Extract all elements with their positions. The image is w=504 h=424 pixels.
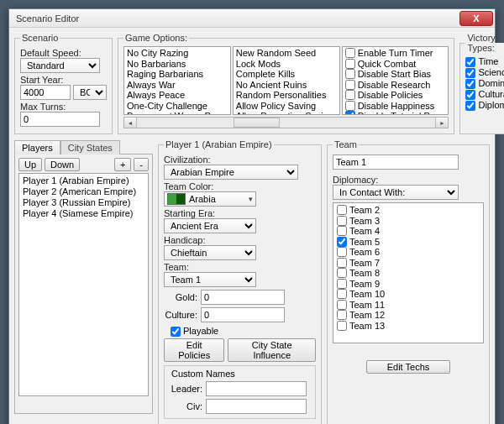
list-item[interactable]: Allow Policy Saving	[236, 101, 337, 112]
remove-player-button[interactable]: -	[134, 158, 149, 171]
checkbox[interactable]	[345, 101, 355, 111]
checkbox[interactable]	[465, 101, 475, 111]
checkbox-label: Cultural	[478, 89, 504, 100]
era-bc-select[interactable]: BC	[73, 85, 107, 100]
scenario-legend: Scenario	[20, 33, 60, 43]
list-item[interactable]: Allow Promotion Saving	[236, 111, 337, 115]
checkbox[interactable]	[345, 69, 355, 79]
list-item[interactable]: No Ancient Ruins	[236, 80, 337, 91]
checkbox[interactable]	[337, 247, 347, 257]
checkbox[interactable]	[465, 68, 475, 78]
game-options-list-2[interactable]: New Random SeedLock ModsComplete KillsNo…	[233, 46, 340, 115]
checkbox[interactable]	[337, 216, 347, 226]
team-contact-list[interactable]: Team 2Team 3Team 4Team 5Team 6Team 7Team…	[333, 202, 484, 343]
checkbox-label: Team 5	[349, 237, 380, 248]
checkbox-label: Team 6	[349, 247, 380, 258]
list-item[interactable]: No Barbarians	[127, 59, 228, 70]
max-turns-input[interactable]	[20, 112, 100, 127]
civ-name-input[interactable]	[206, 399, 307, 414]
civilization-label: Civilization:	[164, 154, 316, 165]
game-options-list-3[interactable]: Enable Turn TimerQuick CombatDisable Sta…	[342, 46, 449, 115]
gold-input[interactable]	[201, 290, 285, 305]
scrollbar-thumb[interactable]	[234, 118, 280, 128]
checkbox[interactable]	[345, 90, 355, 100]
edit-techs-button[interactable]: Edit Techs	[366, 360, 451, 374]
up-button[interactable]: Up	[18, 158, 42, 171]
team-name-input[interactable]	[333, 154, 459, 170]
starting-era-select[interactable]: Ancient Era	[164, 218, 256, 233]
checkbox-label: Diplomatic	[478, 100, 504, 111]
player-detail-group: Player 1 (Arabian Empire) Civilization: …	[158, 139, 322, 424]
culture-input[interactable]	[201, 307, 285, 322]
checkbox[interactable]	[337, 268, 347, 278]
list-item[interactable]: One-City Challenge	[127, 101, 228, 112]
add-player-button[interactable]: +	[114, 158, 131, 171]
checkbox-label: Team 10	[349, 289, 385, 300]
checkbox[interactable]	[465, 57, 475, 67]
culture-label: Culture:	[164, 310, 197, 320]
checkbox[interactable]	[337, 237, 347, 247]
list-item[interactable]: Always Peace	[127, 90, 228, 101]
handicap-select[interactable]: Chieftain	[164, 245, 256, 260]
checkbox[interactable]	[465, 79, 475, 89]
start-year-input[interactable]	[20, 85, 71, 100]
max-turns-label: Max Turns:	[20, 102, 107, 112]
checkbox-label: Team 11	[349, 300, 385, 311]
checkbox-label: Time	[478, 56, 498, 67]
checkbox[interactable]	[337, 321, 347, 331]
checkbox[interactable]	[337, 279, 347, 289]
checkbox[interactable]	[345, 48, 355, 58]
team-label: Team:	[164, 262, 316, 272]
list-item[interactable]: Player 3 (Russian Empire)	[23, 197, 144, 208]
checkbox[interactable]	[345, 59, 355, 69]
list-item[interactable]: New Random Seed	[236, 48, 337, 59]
diplomacy-select[interactable]: In Contact With:	[333, 185, 459, 200]
checkbox[interactable]	[345, 111, 355, 115]
list-item[interactable]: Player 1 (Arabian Empire)	[23, 175, 144, 186]
checkbox-label: Domination	[478, 78, 504, 89]
checkbox[interactable]	[337, 226, 347, 236]
list-item[interactable]: Player 4 (Siamese Empire)	[23, 208, 144, 219]
civilization-select[interactable]: Arabian Empire	[164, 165, 298, 180]
tab-players[interactable]: Players	[14, 140, 60, 154]
team-color-select[interactable]: Arabia	[164, 191, 256, 207]
list-item[interactable]: Complete Kills	[236, 69, 337, 80]
checkbox[interactable]	[345, 80, 355, 90]
gold-label: Gold:	[164, 292, 197, 302]
playable-checkbox[interactable]	[171, 327, 181, 337]
checkbox-label: Team 2	[349, 205, 380, 216]
game-options-group: Game Options: No City RazingNo Barbarian…	[118, 33, 454, 134]
edit-policies-button[interactable]: Edit Policies	[164, 338, 224, 362]
checkbox[interactable]	[337, 258, 347, 268]
checkbox[interactable]	[337, 289, 347, 299]
city-state-influence-button[interactable]: City State Influence	[228, 338, 316, 362]
game-options-list-1[interactable]: No City RazingNo BarbariansRaging Barbar…	[123, 46, 231, 115]
team-color-label: Team Color:	[164, 181, 316, 191]
game-options-scrollbar[interactable]	[123, 117, 449, 128]
team-legend: Team	[333, 139, 359, 149]
checkbox-label: Science	[478, 67, 504, 78]
list-item[interactable]: Random Personalities	[236, 90, 337, 101]
list-item[interactable]: Raging Barbarians	[127, 69, 228, 80]
titlebar[interactable]: Scenario Editor X	[9, 9, 495, 28]
checkbox[interactable]	[337, 300, 347, 310]
scenario-group: Scenario Default Speed: Standard Start Y…	[14, 33, 113, 134]
players-list[interactable]: Player 1 (Arabian Empire)Player 2 (Ameri…	[18, 173, 149, 396]
list-item[interactable]: Lock Mods	[236, 59, 337, 70]
list-item[interactable]: Always War	[127, 80, 228, 91]
checkbox[interactable]	[337, 310, 347, 320]
team-select[interactable]: Team 1	[164, 272, 256, 287]
list-item[interactable]: Player 2 (American Empire)	[23, 186, 144, 197]
list-item[interactable]: Permanent War or Peace	[127, 111, 228, 115]
checkbox[interactable]	[465, 90, 475, 100]
checkbox[interactable]	[337, 205, 347, 215]
down-button[interactable]: Down	[45, 158, 80, 171]
default-speed-select[interactable]: Standard	[20, 58, 100, 73]
default-speed-label: Default Speed:	[20, 48, 107, 58]
custom-names-group: Custom Names Leader: Civ:	[164, 365, 316, 419]
tab-city-states[interactable]: City States	[60, 140, 120, 154]
list-item[interactable]: No City Razing	[127, 48, 228, 59]
close-button[interactable]: X	[459, 11, 493, 26]
leader-input[interactable]	[206, 381, 307, 396]
checkbox-label: Quick Combat	[358, 59, 417, 70]
